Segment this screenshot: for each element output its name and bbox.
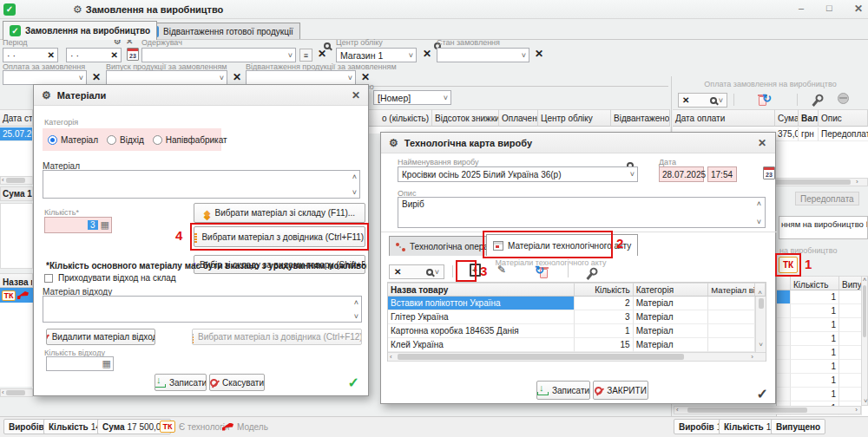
receive-waste-checkbox[interactable]: Приходувати відход на склад: [44, 273, 176, 283]
time-input[interactable]: 17:54: [707, 166, 737, 182]
products-col-released[interactable]: Випущ: [839, 276, 862, 290]
receiver-clear-icon[interactable]: ✕: [318, 49, 326, 59]
products-vscrollbar[interactable]: ˄˅: [861, 276, 868, 406]
waste-qty-input[interactable]: ▦: [46, 356, 114, 371]
radio-semi[interactable]: Напівфабрикат: [153, 135, 227, 145]
col-product-name[interactable]: Назва товару: [388, 283, 575, 297]
material-select[interactable]: ˄ ˅: [43, 170, 360, 199]
save-button[interactable]: Записати: [536, 381, 590, 400]
products-col-qty[interactable]: Кількість: [791, 276, 839, 290]
table-row[interactable]: 1: [777, 290, 868, 304]
clear-icon[interactable]: ✕: [394, 268, 401, 277]
number-filter-select[interactable]: [Номер]˅: [373, 90, 451, 105]
table-row[interactable]: Картонна коробка 184635 Данія 1 Матеріал: [388, 324, 766, 338]
payments-search-box[interactable]: ✕ ˅: [678, 93, 727, 108]
state-select[interactable]: ˅: [437, 48, 529, 62]
orders-hscrollbar[interactable]: ‹: [0, 176, 33, 185]
table-row[interactable]: 1: [777, 388, 868, 401]
payment-sum-cell[interactable]: 375,00: [775, 127, 799, 141]
table-row[interactable]: 1: [777, 304, 868, 318]
minimize-button[interactable]: –: [799, 3, 804, 13]
maximize-button[interactable]: □: [826, 3, 832, 13]
product-name-select[interactable]: Кросівки осінь 2025 Білий Україна 36(р) …: [398, 166, 638, 182]
orders-col-qty[interactable]: о (кількість): [369, 109, 432, 127]
orders-selected-date-cell[interactable]: 25.07.202: [0, 127, 33, 141]
description-textarea[interactable]: Виріб ˄ ˅: [398, 197, 766, 228]
close-icon[interactable]: ✕: [854, 3, 863, 14]
release-filter-clear-icon[interactable]: ✕: [233, 72, 241, 82]
payment-filter-clear-icon[interactable]: ✕: [92, 72, 101, 82]
delete-waste-button[interactable]: Видалити матеріал відходу: [46, 329, 155, 345]
calculator-icon[interactable]: ▦: [102, 359, 111, 369]
table-row[interactable]: 1: [777, 346, 868, 360]
shipping-filter-select[interactable]: ˅: [246, 70, 356, 85]
annotation-box-1: [775, 253, 801, 277]
receiver-select[interactable]: ˅: [141, 48, 296, 62]
payments-col-date[interactable]: Дата оплати: [673, 109, 775, 127]
radio-waste[interactable]: Відхід: [107, 135, 144, 145]
receiver-list-button[interactable]: ≡: [299, 49, 312, 62]
wrench-icon[interactable]: [587, 272, 594, 280]
tab-shipment[interactable]: ↑ Відвантаження готової продукції: [141, 23, 300, 40]
payment-desc-cell[interactable]: Передоплата: [819, 127, 868, 141]
payments-col-sum[interactable]: Сума: [775, 109, 799, 127]
date-calendar-button[interactable]: 23: [763, 166, 775, 179]
clear-icon[interactable]: ✕: [682, 96, 689, 105]
orders-col-shipped[interactable]: Відвантажено (кількіст: [611, 109, 670, 127]
item-row-selected[interactable]: ТК: [0, 288, 33, 303]
shipping-filter-clear-icon[interactable]: ✕: [361, 72, 370, 82]
table-row[interactable]: 1: [777, 374, 868, 388]
col-category[interactable]: Категорія: [634, 283, 709, 297]
center-select[interactable]: Магазин 1˅: [336, 48, 417, 62]
calculator-icon[interactable]: ▦: [101, 220, 109, 230]
period-from-input[interactable]: · ·✕: [3, 48, 58, 62]
close-icon[interactable]: ✕: [352, 90, 360, 101]
orders-col-center[interactable]: Центр обліку: [538, 109, 611, 127]
date-input[interactable]: 28.07.2025: [659, 166, 704, 182]
select-from-stock-button[interactable]: ◆ Вибрати матеріал зі складу (F11)...: [194, 203, 365, 223]
orders-col-paid[interactable]: Оплачено: [499, 109, 538, 127]
tab-production-label: Замовлення на виробництво: [25, 26, 150, 36]
table-row[interactable]: Вставки полікоттон Україна 2 Матеріал: [388, 297, 766, 310]
table-search-box[interactable]: ✕ ˅: [389, 264, 444, 279]
scroll-up-icon[interactable]: ˄: [755, 283, 766, 297]
tab-production[interactable]: ✓ Замовлення на виробництво: [3, 21, 157, 40]
payment-filter-select[interactable]: ˅: [3, 70, 87, 85]
cancel-button[interactable]: Скасувати: [209, 374, 265, 391]
tech-dialog-titlebar[interactable]: ⚙ Технологічна карта виробу ✕: [381, 133, 775, 153]
table-row[interactable]: 1: [777, 360, 868, 374]
materials-dialog-titlebar[interactable]: ⚙ Матеріали ✕: [34, 85, 368, 106]
table-row[interactable]: Глітер Україна 3 Матеріал: [388, 310, 766, 324]
table-hscrollbar[interactable]: ‹ ›: [388, 352, 766, 362]
col-qty[interactable]: Кількість: [575, 283, 634, 297]
waste-material-select[interactable]: ˄ ˅: [43, 296, 362, 323]
period-to-input[interactable]: · ·✕: [66, 48, 122, 62]
save-button[interactable]: Записати: [155, 374, 207, 391]
orders-col-discount[interactable]: Відсоток знижки: [432, 109, 499, 127]
col-waste[interactable]: Матеріал відходу: [708, 283, 755, 297]
payments-col-desc[interactable]: Опис: [819, 109, 868, 127]
waste-reference-button[interactable]: Вибрати матеріал із довідника (Ctrl+F12)…: [192, 329, 362, 345]
globe-icon[interactable]: [838, 93, 849, 104]
close-icon[interactable]: ✕: [758, 138, 766, 148]
edit-icon[interactable]: ✎: [497, 264, 506, 275]
qty-input[interactable]: 3 ▦: [44, 217, 112, 233]
products-hscrollbar[interactable]: ‹›: [674, 406, 861, 414]
release-filter-select[interactable]: ˅: [106, 70, 227, 85]
payment-currency-cell[interactable]: грн: [799, 127, 819, 141]
table-row[interactable]: 1: [777, 318, 868, 332]
center-clear-icon[interactable]: ✕: [423, 49, 431, 59]
payments-col-currency[interactable]: Валюта: [799, 109, 819, 127]
refresh-icon[interactable]: ↻: [762, 93, 772, 104]
table-row[interactable]: 1: [777, 332, 868, 346]
table-row[interactable]: Клей Україна 15 Матеріал ˅: [388, 338, 766, 352]
items-col-name[interactable]: Назва м: [0, 273, 33, 288]
refresh-icon[interactable]: ↻: [535, 264, 544, 276]
state-clear-icon[interactable]: ✕: [535, 49, 543, 59]
close-button[interactable]: ЗАКРИТИ: [593, 381, 648, 400]
orders-col-date-created[interactable]: Дата ств: [0, 109, 33, 127]
wrench-icon[interactable]: [812, 99, 819, 107]
period-calendar-button[interactable]: 23: [127, 48, 139, 61]
items-hscrollbar[interactable]: ‹: [0, 388, 33, 397]
radio-material[interactable]: Матеріал: [48, 135, 98, 145]
